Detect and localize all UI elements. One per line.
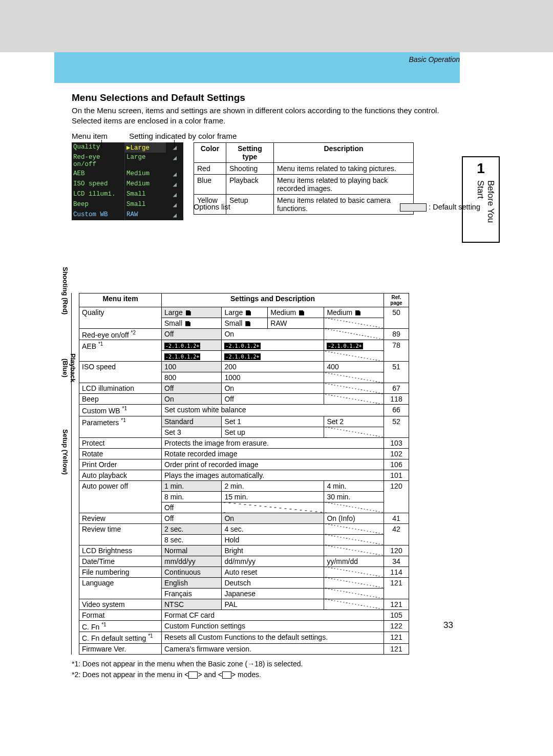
th-menu-item: Menu item: [79, 293, 162, 307]
footnotes: *1: Does not appear in the menu when the…: [72, 659, 461, 680]
default-box-icon: [400, 203, 427, 212]
annotate-menu-item: Menu item: [72, 132, 127, 140]
side-tab: 1 Before You Start: [462, 156, 500, 243]
side-tab-number: 1: [463, 160, 499, 177]
options-legend: Options list : Default setting: [194, 203, 480, 212]
options-list-label: Options list: [194, 203, 230, 211]
content-area: Menu Selections and Default Settings On …: [72, 92, 461, 680]
running-head: Basic Operation: [54, 55, 460, 64]
vlabel-setup: Setup (Yellow): [61, 414, 69, 491]
annotate-setting: Setting indicated by color frame: [129, 132, 237, 140]
mode-icon: [188, 671, 198, 679]
th-ref: Ref. page: [384, 293, 409, 307]
page: Basic Operation 1 Before You Start Menu …: [0, 0, 553, 756]
footnote-2: *2: Does not appear in the menu in <> an…: [72, 669, 461, 680]
th-settings: Settings and Description: [162, 293, 384, 307]
vlabel-playback: Playback (Blue): [61, 346, 77, 390]
mode-icon: [222, 671, 231, 679]
th-setting-type: Setting type: [226, 142, 274, 162]
camera-screenshot: Quality▶Large◢Red-eye on/offLarge◢AEBMed…: [72, 142, 183, 220]
th-description: Description: [274, 142, 414, 162]
settings-table: Menu item Settings and Description Ref. …: [71, 293, 409, 655]
intro-text: On the Menu screen, items and settings a…: [72, 106, 461, 127]
annotation-labels: Menu item Setting indicated by color fra…: [72, 132, 461, 140]
footnote-1: *1: Does not appear in the menu when the…: [72, 659, 461, 669]
th-color: Color: [194, 142, 226, 162]
page-title: Menu Selections and Default Settings: [72, 92, 461, 103]
vlabel-shooting: Shooting (Red): [61, 247, 69, 334]
screenshot-area: Quality▶Large◢Red-eye on/offLarge◢AEBMed…: [72, 142, 461, 655]
page-number: 33: [443, 620, 453, 631]
top-gray-bar: [0, 0, 553, 52]
default-label: : Default setting: [429, 203, 480, 211]
